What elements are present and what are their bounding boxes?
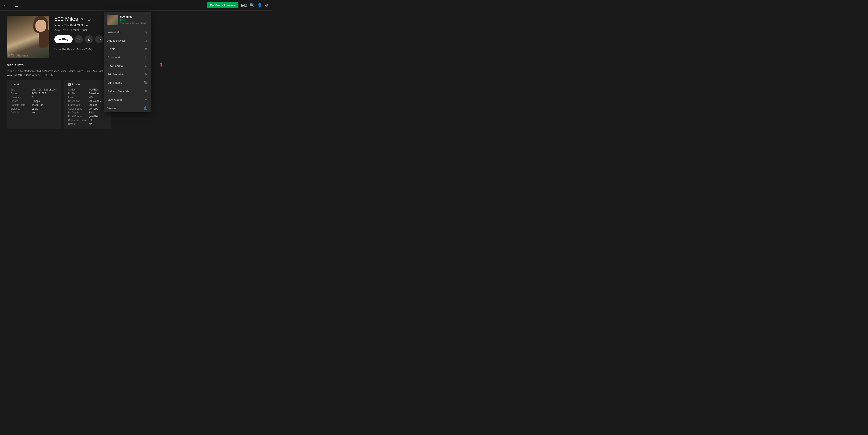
menu-item-download[interactable]: Download ⇓ — [104, 53, 151, 62]
audio-card-title: ♫ Audio — [11, 83, 57, 86]
download-to-icon: ⇓ — [145, 64, 147, 68]
track-title-row: 500 Miles ✎ ▢ — [54, 16, 265, 22]
menu-item-delete[interactable]: Delete 🗑 — [104, 45, 151, 53]
download-icon: ⇓ — [145, 56, 147, 59]
header-left: ← ⌂ ☰ — [3, 3, 18, 8]
play-icon: ▶ — [59, 38, 61, 41]
favorite-button[interactable]: ♡ — [75, 35, 83, 43]
context-menu-header: 500 Miles Noon The Best Of Noon · 2007 — [104, 12, 151, 28]
audio-codec-card: ♫ Audio TitleUnd PCM_S16LE 2 ch CodecPCM… — [7, 80, 61, 129]
playlist-add-icon: ≡+ — [144, 39, 147, 42]
track-genre: Jazz — [82, 28, 88, 31]
menu-item-edit-metadata[interactable]: Edit Metadata ✎ — [104, 70, 151, 79]
audio-fields: TitleUnd PCM_S16LE 2 ch CodecPCM_S16LE C… — [11, 88, 57, 114]
context-album-name: The Best Of Noon · 2007 — [120, 22, 146, 25]
menu-item-view-artist[interactable]: View Artist 👤 — [104, 104, 151, 112]
header: ← ⌂ ☰ Get Emby Premiere ▶□ 🔍 👤 ⚙ — [0, 0, 272, 11]
track-duration: 4:46 — [63, 28, 68, 31]
menu-item-refresh-metadata[interactable]: Refresh Metadata ↻ — [104, 87, 151, 95]
disc-icon: ⚬ — [145, 98, 147, 101]
track-album: Noon - The Best Of Noon — [54, 24, 265, 27]
image-card-title: 🖼 Image — [68, 83, 107, 86]
edit-images-icon: 🖼 — [144, 81, 147, 85]
art-overlay-text: The Best Of Noon24bit/192kHz REMASTERING — [8, 53, 28, 57]
ellipsis-icon: ⋯ — [97, 37, 101, 42]
more-options-button[interactable]: ⋯ — [95, 35, 103, 43]
context-track-name: 500 Miles — [120, 15, 146, 18]
album-art: The Best Of Noon24bit/192kHz REMASTERING — [7, 16, 49, 58]
music-note-icon: ♫ — [11, 83, 13, 86]
context-artist-name: Noon — [120, 19, 146, 22]
user-icon[interactable]: 👤 — [257, 3, 262, 8]
from-text: From The Best Of Noon (2007) — [54, 48, 265, 51]
trash-icon: 🗑 — [87, 37, 91, 41]
edit-title-button[interactable]: ✎ — [80, 17, 85, 22]
header-right: Get Emby Premiere ▶□ 🔍 👤 ⚙ — [207, 2, 268, 8]
track-meta: 2007 4:46 1 mbps Jazz — [54, 28, 265, 31]
search-icon[interactable]: 🔍 — [250, 3, 254, 8]
pencil-icon: ✎ — [145, 72, 147, 76]
menu-icon[interactable]: ☰ — [14, 3, 18, 8]
file-added: Added 7/16/2019 2:51 PM — [24, 73, 53, 76]
image-icon: 🖼 — [68, 83, 71, 86]
track-year: 2007 — [54, 28, 61, 31]
file-format: WAV — [7, 73, 12, 76]
arrow-indicator: ⬆ — [159, 62, 163, 68]
refresh-icon: ↻ — [145, 89, 147, 93]
menu-item-instant-mix[interactable]: Instant Mix ⇆ — [104, 28, 151, 36]
delete-icon: 🗑 — [144, 47, 147, 51]
heart-icon: ♡ — [77, 37, 80, 41]
menu-item-download-to[interactable]: Download to... ⇓ — [104, 62, 151, 70]
back-icon[interactable]: ← — [3, 3, 7, 7]
image-fields: CodecMJPEG ProfileBaseline Level-99 Reso… — [68, 88, 107, 126]
menu-item-add-to-playlist[interactable]: Add to Playlist ≡+ — [104, 36, 151, 45]
premiere-button[interactable]: Get Emby Premiere — [207, 2, 239, 8]
shuffle-icon: ⇆ — [145, 30, 147, 34]
delete-button[interactable]: 🗑 — [85, 35, 93, 43]
file-size: 51 MB — [14, 73, 22, 76]
action-row: ▶ Play ♡ 🗑 ⋯ ⬆ — [54, 35, 265, 43]
context-track-details: 500 Miles Noon The Best Of Noon · 2007 — [120, 15, 146, 25]
menu-item-edit-images[interactable]: Edit Images 🖼 — [104, 79, 151, 87]
track-info: 500 Miles ✎ ▢ Noon - The Best Of Noon 20… — [54, 16, 265, 58]
menu-item-view-album[interactable]: View Album ⚬ — [104, 95, 151, 104]
home-icon[interactable]: ⌂ — [10, 3, 12, 7]
settings-icon[interactable]: ⚙ — [265, 3, 268, 8]
art-face — [35, 20, 46, 32]
cast-icon[interactable]: ▶□ — [241, 3, 247, 8]
context-menu: 500 Miles Noon The Best Of Noon · 2007 I… — [104, 12, 151, 112]
track-title: 500 Miles — [54, 16, 78, 22]
metadata-info-button[interactable]: ▢ — [87, 17, 92, 22]
play-button[interactable]: ▶ Play — [54, 35, 73, 43]
play-label: Play — [62, 38, 68, 41]
person-icon: 👤 — [143, 106, 147, 110]
context-thumb — [107, 14, 118, 25]
track-bitrate: 1 mbps — [70, 28, 80, 31]
